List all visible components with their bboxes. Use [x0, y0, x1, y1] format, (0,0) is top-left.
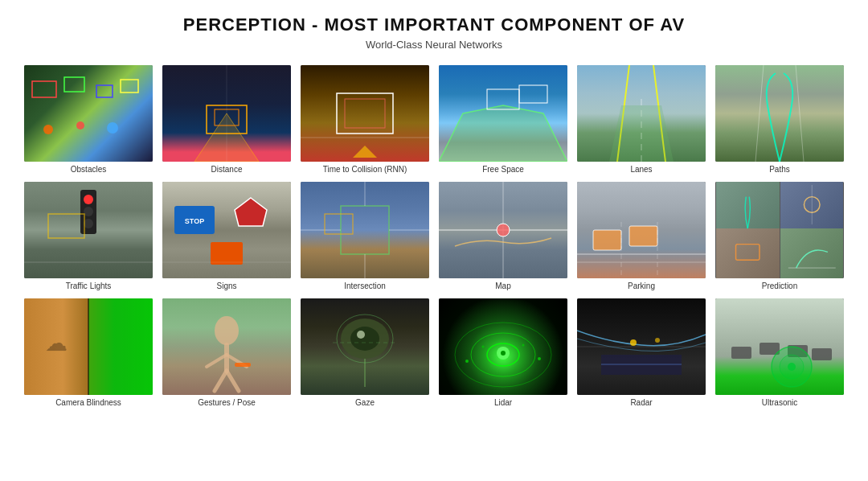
cell-freespace: Free Space [439, 65, 567, 174]
thumb-prediction[interactable] [715, 182, 844, 278]
svg-rect-87 [812, 348, 832, 360]
thumb-lidar[interactable] [439, 298, 567, 395]
cell-ultrasonic: Ultrasonic [715, 298, 844, 407]
svg-rect-40 [325, 214, 353, 234]
svg-rect-54 [88, 298, 153, 395]
svg-rect-33 [211, 242, 243, 265]
thumb-map[interactable] [439, 182, 567, 278]
page-subtitle: World-Class Neural Networks [366, 39, 502, 51]
caption-ttc: Time to Collision (RNN) [323, 165, 407, 174]
caption-radar: Radar [630, 398, 652, 407]
caption-lanes: Lanes [630, 165, 652, 174]
svg-point-66 [357, 331, 365, 339]
svg-rect-45 [629, 226, 657, 246]
thumb-gaze[interactable] [301, 298, 429, 395]
caption-gaze: Gaze [355, 398, 375, 407]
cell-map: Map [439, 182, 567, 290]
svg-point-75 [465, 360, 469, 363]
svg-point-6 [107, 122, 118, 134]
caption-gestures: Gestures / Pose [198, 398, 256, 407]
svg-point-43 [497, 224, 510, 236]
svg-point-90 [788, 363, 796, 371]
caption-camerablindness: Camera Blindness [55, 398, 121, 407]
thumb-parking[interactable] [577, 182, 706, 278]
caption-map: Map [495, 282, 510, 290]
thumb-obstacles[interactable] [24, 65, 153, 162]
cell-ttc: Time to Collision (RNN) [301, 65, 429, 174]
svg-marker-14 [353, 146, 377, 158]
caption-intersection: Intersection [344, 282, 386, 290]
svg-rect-17 [519, 85, 547, 103]
svg-point-78 [522, 344, 525, 347]
svg-point-26 [84, 207, 93, 216]
cell-gaze: Gaze [301, 298, 429, 407]
caption-paths: Paths [769, 165, 790, 174]
svg-point-65 [350, 327, 379, 351]
thumb-radar[interactable] [577, 298, 706, 395]
svg-point-83 [655, 338, 660, 343]
cell-distance: Distance [162, 65, 291, 174]
svg-text:☁: ☁ [45, 331, 68, 356]
svg-rect-80 [601, 355, 682, 375]
thumb-distance[interactable] [162, 65, 291, 162]
svg-rect-1 [64, 77, 84, 92]
svg-rect-12 [345, 99, 385, 128]
cell-parking: Parking [577, 182, 706, 290]
thumb-paths[interactable] [715, 65, 844, 162]
svg-rect-0 [32, 81, 56, 97]
svg-point-25 [84, 195, 93, 204]
caption-trafficlights: Traffic Lights [66, 282, 112, 290]
svg-point-57 [215, 316, 239, 345]
svg-point-76 [538, 357, 541, 360]
svg-rect-63 [235, 363, 251, 367]
thumb-signs[interactable]: STOP [162, 182, 291, 278]
cell-gestures: Gestures / Pose [162, 298, 291, 407]
cell-prediction: Prediction [715, 182, 844, 290]
cell-intersection: Intersection [301, 182, 429, 290]
svg-rect-52 [736, 245, 760, 261]
cell-trafficlights: Traffic Lights [24, 182, 153, 290]
svg-point-82 [630, 339, 637, 346]
svg-rect-2 [96, 85, 113, 97]
thumb-lanes[interactable] [577, 65, 706, 162]
svg-point-74 [501, 351, 506, 356]
svg-point-4 [43, 125, 53, 134]
svg-marker-32 [235, 198, 267, 226]
caption-prediction: Prediction [762, 282, 797, 290]
cell-lidar: Lidar [439, 298, 567, 407]
thumb-gestures[interactable] [162, 298, 291, 395]
caption-ultrasonic: Ultrasonic [762, 398, 797, 407]
svg-marker-15 [439, 105, 567, 162]
svg-line-61 [215, 371, 227, 391]
page: PERCEPTION - MOST IMPORTANT COMPONENT OF… [0, 0, 868, 481]
caption-signs: Signs [216, 282, 236, 290]
caption-distance: Distance [211, 165, 243, 174]
thumb-freespace[interactable] [439, 65, 567, 162]
caption-lidar: Lidar [494, 398, 512, 407]
svg-point-77 [482, 346, 485, 348]
thumb-ultrasonic[interactable] [715, 298, 844, 395]
svg-marker-21 [609, 105, 674, 162]
perception-grid: Obstacles Distance [24, 65, 844, 407]
cell-lanes: Lanes [577, 65, 706, 174]
svg-line-62 [227, 371, 239, 391]
page-title: PERCEPTION - MOST IMPORTANT COMPONENT OF… [183, 14, 685, 35]
svg-line-59 [207, 355, 227, 367]
thumb-trafficlights[interactable] [24, 182, 153, 278]
svg-point-27 [84, 219, 93, 228]
caption-freespace: Free Space [482, 165, 524, 174]
svg-point-5 [76, 121, 84, 130]
svg-rect-84 [731, 347, 751, 359]
cell-radar: Radar [577, 298, 706, 407]
svg-line-23 [796, 65, 804, 162]
cell-signs: STOP Signs [162, 182, 291, 290]
svg-line-22 [755, 65, 764, 162]
thumb-camerablindness[interactable]: ☁ [24, 298, 153, 395]
svg-rect-3 [121, 80, 138, 92]
thumb-intersection[interactable] [301, 182, 429, 278]
caption-parking: Parking [628, 282, 655, 290]
svg-rect-35 [341, 206, 389, 254]
svg-rect-28 [48, 214, 84, 238]
thumb-ttc[interactable] [301, 65, 429, 162]
svg-text:STOP: STOP [185, 217, 204, 225]
